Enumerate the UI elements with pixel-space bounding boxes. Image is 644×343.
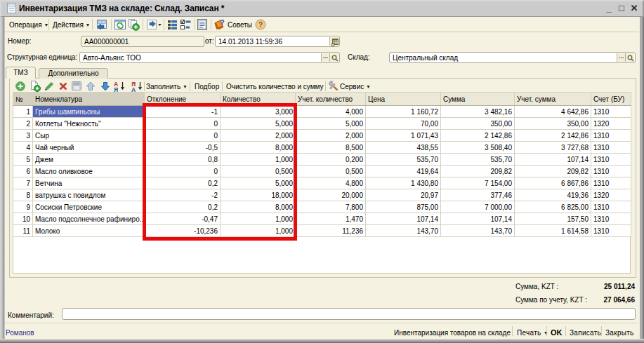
svg-text:Я: Я [114, 86, 118, 93]
svg-text:А: А [131, 86, 136, 93]
svg-text:...: ... [74, 87, 77, 90]
svg-text:?: ? [258, 21, 263, 29]
svg-text:?: ? [220, 18, 225, 27]
